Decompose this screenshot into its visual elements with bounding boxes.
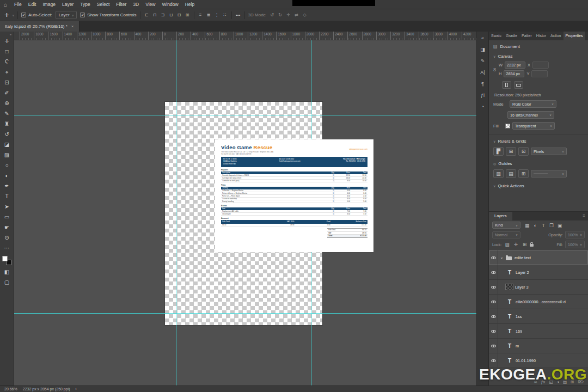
layer-filter-icon[interactable]: ◐ — [532, 223, 538, 228]
layer-row[interactable]: ∨ edite text — [489, 250, 588, 265]
panel-tab[interactable]: Gradie — [504, 32, 519, 40]
canvas-x-input[interactable] — [532, 62, 549, 69]
tool-button[interactable]: ♜ — [0, 119, 14, 129]
tool-button[interactable]: ☛ — [0, 222, 14, 232]
layer-name[interactable]: m — [516, 344, 519, 348]
auto-select-target-select[interactable]: Layer ∨ — [56, 11, 77, 19]
tool-button[interactable]: ➤ — [0, 201, 14, 212]
screen-mode-icon[interactable]: ▢ — [0, 277, 14, 287]
bit-depth-select[interactable]: 16 Bits/Channel∨ — [507, 111, 554, 119]
edit-toolbar-icon[interactable]: ⋯ — [0, 243, 14, 253]
zoom-level[interactable]: 20.66% — [4, 387, 17, 391]
ruler-toggle-button[interactable]: ▛ — [493, 147, 504, 156]
panel-menu-icon[interactable]: ≡ — [583, 212, 588, 220]
tab-layers[interactable]: Layers — [489, 212, 512, 220]
ruler-units-select[interactable]: Pixels∨ — [531, 148, 567, 155]
color-swatches[interactable] — [2, 256, 11, 265]
layer-thumbnail[interactable] — [505, 284, 513, 290]
layer-filter-icon[interactable]: T — [540, 223, 547, 228]
layer-filter-icon[interactable]: ▣ — [556, 223, 563, 228]
visibility-toggle[interactable] — [489, 295, 498, 309]
guide-horizontal[interactable] — [14, 115, 476, 115]
panel-tab[interactable]: Swatc — [489, 32, 504, 40]
align-icon[interactable]: ⊞ — [185, 13, 191, 17]
distribute-icon[interactable]: ≡ — [198, 13, 204, 17]
tool-button[interactable]: Ϛ — [0, 57, 14, 67]
checkbox-icon[interactable]: ✓ — [21, 13, 26, 17]
lock-pixels-icon[interactable]: ✛ — [512, 242, 519, 247]
layer-thumbnail[interactable] — [506, 256, 512, 260]
tool-button[interactable]: T — [0, 191, 14, 201]
tool-button[interactable]: ⊡ — [0, 77, 14, 88]
panel-tab[interactable]: Histor — [534, 32, 548, 40]
3d-mode-icon[interactable]: ◇ — [302, 13, 308, 17]
foreground-color-swatch[interactable] — [2, 256, 8, 261]
tab-properties[interactable]: Properties — [564, 32, 585, 40]
layer-thumbnail[interactable]: T — [505, 270, 514, 275]
panel-dock-icon[interactable]: ◨ — [477, 44, 488, 56]
layer-name[interactable]: 01.01.1990 — [516, 358, 536, 363]
tool-button[interactable]: ◪ — [0, 139, 14, 150]
visibility-toggle[interactable] — [489, 324, 498, 338]
layer-thumbnail[interactable]: T — [505, 358, 514, 364]
guide-style-select[interactable]: ∨ — [531, 170, 567, 177]
close-icon[interactable]: × — [71, 24, 74, 29]
3d-mode-icon[interactable]: ↻ — [277, 13, 283, 17]
guides-toggle-button[interactable]: ▥ — [493, 169, 504, 178]
layer-filter-select[interactable]: Kind∨ — [492, 222, 520, 229]
visibility-toggle[interactable] — [489, 309, 498, 323]
layer-name[interactable]: Layer 2 — [516, 270, 529, 275]
menu-item[interactable]: Help — [182, 2, 198, 7]
align-icon[interactable]: ⊟ — [176, 13, 182, 17]
guide-horizontal[interactable] — [14, 313, 476, 314]
tool-button[interactable]: ✒ — [0, 181, 14, 191]
align-icon[interactable]: ⊔ — [168, 13, 174, 17]
3d-mode-icon[interactable]: ⇄ — [293, 13, 299, 17]
fill-select[interactable]: Transparent∨ — [512, 122, 555, 130]
lock-guides-button[interactable]: ▤ — [506, 169, 516, 178]
snap-toggle-button[interactable]: ⊡ — [518, 147, 529, 156]
link-dimensions-icon[interactable]: 8 — [493, 67, 496, 72]
align-icon[interactable]: ⊏ — [144, 13, 150, 17]
layer-filter-icon[interactable]: ▦ — [524, 223, 530, 228]
lock-transparency-icon[interactable]: ▨ — [504, 242, 510, 247]
grid-toggle-button[interactable]: ⊞ — [506, 147, 516, 156]
layer-name[interactable]: 169 — [516, 329, 522, 334]
menu-item[interactable]: Type — [77, 2, 93, 7]
3d-mode-icon[interactable]: ↺ — [269, 13, 275, 17]
layer-row[interactable]: T cilla0000000...cccccccc<0 d — [489, 295, 588, 309]
layer-row[interactable]: T m — [489, 339, 588, 353]
landscape-orientation-button[interactable] — [514, 81, 523, 89]
tool-button[interactable]: ✐ — [0, 88, 14, 98]
menu-item[interactable]: File — [11, 2, 25, 7]
visibility-toggle[interactable] — [489, 265, 498, 279]
canvas-height-input[interactable]: 2854 px — [504, 70, 524, 77]
lock-all-icon[interactable] — [530, 244, 534, 247]
quick-mask-icon[interactable]: ◧ — [0, 267, 14, 277]
layer-thumbnail[interactable]: T — [505, 328, 514, 334]
group-chevron-icon[interactable]: ∨ — [500, 256, 504, 260]
panel-dock-icon[interactable]: « — [477, 33, 488, 44]
layer-row[interactable]: T 169 — [489, 324, 588, 339]
layer-thumbnail[interactable]: T — [505, 299, 514, 305]
layer-filter-icon[interactable]: ❒ — [548, 223, 555, 228]
layer-name[interactable]: Layer 3 — [515, 285, 529, 290]
menu-item[interactable]: Select — [94, 2, 113, 7]
layer-name[interactable]: 1ss — [516, 314, 522, 319]
guides-section-header[interactable]: ◎ Guides — [493, 161, 584, 166]
fill-opacity-select[interactable]: 100%∨ — [565, 241, 585, 248]
show-transform-checkbox[interactable]: ✓ Show Transform Controls — [80, 13, 136, 17]
visibility-toggle[interactable] — [489, 250, 498, 265]
visibility-toggle[interactable] — [489, 280, 498, 294]
tool-button[interactable]: ↺ — [0, 129, 14, 139]
panel-dock-icon[interactable]: ◔ — [477, 101, 488, 113]
menu-item[interactable]: Window — [158, 2, 181, 7]
distribute-icon[interactable]: ≣ — [206, 13, 212, 17]
canvas-section-header[interactable]: ∨ Canvas — [493, 54, 584, 59]
more-options-icon[interactable]: ••• — [235, 13, 241, 17]
tool-button[interactable]: ⊕ — [0, 98, 14, 108]
horizontal-ruler[interactable]: 2000180016001400120010008006004002000200… — [14, 32, 476, 40]
tool-button[interactable]: ○ — [0, 160, 14, 170]
rulers-grids-section-header[interactable]: ∨ Rulers & Grids — [493, 139, 584, 144]
menu-item[interactable]: View — [142, 2, 158, 7]
